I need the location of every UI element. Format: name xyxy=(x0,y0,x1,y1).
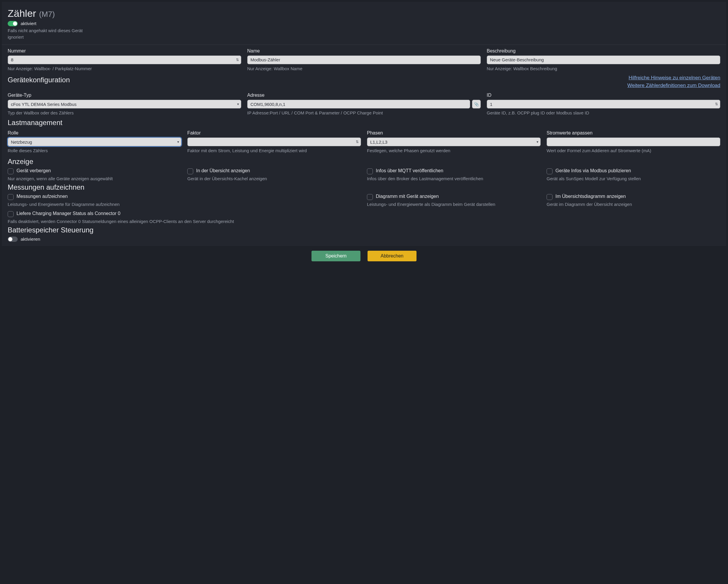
id-label: ID xyxy=(487,92,720,98)
phases-label: Phasen xyxy=(367,130,541,136)
role-label: Rolle xyxy=(8,130,181,136)
record-label: Messungen aufzeichnen xyxy=(17,194,68,199)
modbus-publish-label: Geräte Infos via Modbus publizieren xyxy=(555,168,631,174)
hide-device-label: Gerät verbergen xyxy=(17,168,51,174)
name-label: Name xyxy=(247,48,481,54)
divider xyxy=(2,45,726,45)
description-help: Nur Anzeige: Wallbox Beschreibung xyxy=(487,65,720,72)
enabled-label: aktiviert xyxy=(21,21,36,26)
factor-help: Faktor mit dem Strom, Leistung und Energ… xyxy=(187,148,361,154)
link-device-hints[interactable]: Hilfreiche Hinweise zu einzelnen Geräten xyxy=(627,74,720,82)
phases-help: Festlegen, welche Phasen genutzt werden xyxy=(367,148,541,154)
section-battery: Batteriespeicher Steuerung xyxy=(8,226,720,234)
factor-label: Faktor xyxy=(187,130,361,136)
role-help: Rolle dieses Zählers xyxy=(8,148,181,154)
address-help: IP Adresse:Port / URL / COM Port & Param… xyxy=(247,110,481,116)
connector0-checkbox[interactable] xyxy=(8,211,14,217)
number-label: Nummer xyxy=(8,48,241,54)
section-load-management: Lastmanagement xyxy=(8,118,720,127)
adjust-label: Stromwerte anpassen xyxy=(547,130,720,136)
record-checkbox[interactable] xyxy=(8,194,14,200)
phases-select[interactable]: L1,L2,L3 xyxy=(367,137,541,146)
number-help: Nur Anzeige: Wallbox- / Parkplatz-Nummer xyxy=(8,65,241,72)
overview-diagram-checkbox[interactable] xyxy=(547,194,552,200)
cancel-button[interactable]: Abbrechen xyxy=(367,251,416,261)
battery-enable-label: aktivieren xyxy=(21,237,40,242)
mqtt-publish-checkbox[interactable] xyxy=(367,168,373,174)
show-overview-help: Gerät in der Übersichts-Kachel anzeigen xyxy=(187,176,361,182)
address-input[interactable] xyxy=(247,100,470,109)
modbus-publish-help: Gerät als SunSpec Modell zur Verfügung s… xyxy=(547,176,720,182)
device-type-label: Geräte-Typ xyxy=(8,92,241,98)
overview-diagram-help: Gerät im Diagramm der Übersicht anzeigen xyxy=(547,201,720,208)
section-display: Anzeige xyxy=(8,158,720,166)
id-input[interactable] xyxy=(487,100,720,109)
show-overview-checkbox[interactable] xyxy=(187,168,193,174)
hide-device-checkbox[interactable] xyxy=(8,168,14,174)
mqtt-publish-help: Infos über den Broker des Lastmanagement… xyxy=(367,176,541,182)
overview-diagram-label: Im Übersichtsdiagramm anzeigen xyxy=(555,194,626,199)
factor-input[interactable] xyxy=(187,137,361,146)
hide-device-help: Nur anzeigen, wenn alle Geräte anzeigen … xyxy=(8,176,181,182)
address-label: Adresse xyxy=(247,92,481,98)
role-select[interactable]: Netzbezug xyxy=(8,137,181,146)
description-input[interactable] xyxy=(487,55,720,64)
device-settings-panel: Zähler (M7) aktiviert Falls nicht angeha… xyxy=(2,2,726,246)
link-meter-definitions[interactable]: Weitere Zählerdefinitionen zum Download xyxy=(627,82,720,89)
device-type-select[interactable]: cFos YTL DEM4A Series Modbus xyxy=(8,100,241,109)
modbus-publish-checkbox[interactable] xyxy=(547,168,552,174)
section-device-config: Gerätekonfiguration xyxy=(8,76,70,84)
adjust-help: Wert oder Formel zum Addieren auf Stromw… xyxy=(547,148,720,154)
name-input[interactable] xyxy=(247,55,481,64)
enabled-toggle[interactable] xyxy=(8,21,18,26)
paperclip-icon: 📎 xyxy=(474,102,479,106)
battery-enable-toggle[interactable] xyxy=(8,237,18,242)
connector0-help: Falls deaktiviert, werden Connector 0 St… xyxy=(8,218,364,225)
dialog-footer: Speichern Abbrechen xyxy=(2,246,726,264)
section-record: Messungen aufzeichnen xyxy=(8,183,720,191)
device-diagram-checkbox[interactable] xyxy=(367,194,373,200)
record-help: Leistungs- und Energiewerte für Diagramm… xyxy=(8,201,361,208)
id-help: Geräte ID, z.B. OCPP plug ID oder Modbus… xyxy=(487,110,720,116)
page-subtitle: (M7) xyxy=(39,10,55,19)
connector0-label: Liefere Charging Manager Status als Conn… xyxy=(17,211,120,216)
address-tool-button[interactable]: 📎 xyxy=(472,100,481,109)
name-help: Nur Anzeige: Wallbox Name xyxy=(247,65,481,72)
description-label: Beschreibung xyxy=(487,48,720,54)
page-title: Zähler xyxy=(8,8,36,19)
show-overview-label: In der Übersicht anzeigen xyxy=(196,168,250,174)
save-button[interactable]: Speichern xyxy=(312,251,361,261)
adjust-input[interactable] xyxy=(547,137,720,146)
mqtt-publish-label: Infos über MQTT veröffentlichen xyxy=(376,168,443,174)
enabled-help: Falls nicht angehakt wird dieses Gerät i… xyxy=(8,27,96,41)
device-diagram-help: Leistungs- und Energiewerte als Diagramm… xyxy=(367,201,541,208)
number-input[interactable] xyxy=(8,55,241,64)
device-type-help: Typ der Wallbox oder des Zählers xyxy=(8,110,241,116)
device-diagram-label: Diagramm mit Gerät anzeigen xyxy=(376,194,439,199)
